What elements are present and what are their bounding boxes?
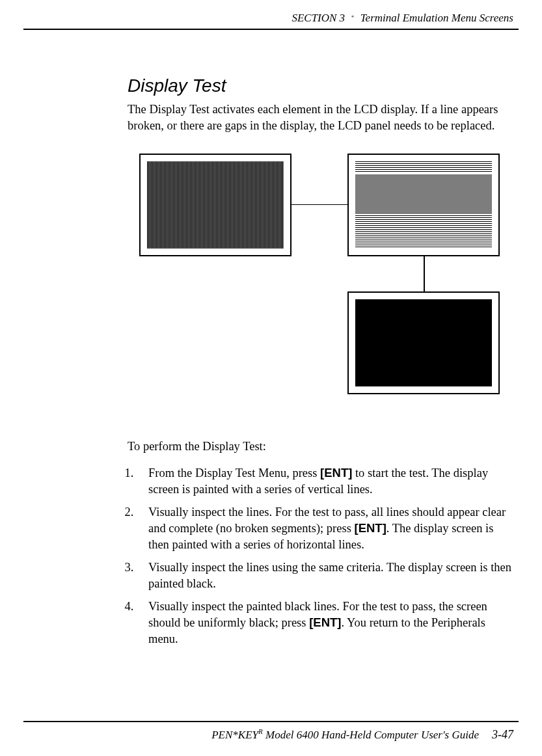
content-area: Display Test The Display Test activates … xyxy=(128,30,513,647)
display-test-diagram xyxy=(139,154,513,414)
horizontal-lines-screen xyxy=(347,154,500,256)
footer-page-number: 3-47 xyxy=(492,728,513,742)
step-text-pre: From the Display Test Menu, press xyxy=(148,466,320,479)
section-heading: Display Test xyxy=(128,75,513,96)
step-item: From the Display Test Menu, press [ENT] … xyxy=(137,465,513,498)
footer-product-rest: Model 6400 Hand-Held Computer User's Gui… xyxy=(263,729,479,741)
step-item: Visually inspect the painted black lines… xyxy=(137,599,513,647)
black-screen xyxy=(347,291,500,394)
page-header: SECTION 3 " Terminal Emulation Menu Scre… xyxy=(23,12,519,25)
step-item: Visually inspect the lines using the sam… xyxy=(137,560,513,592)
connector-vertical xyxy=(424,256,425,291)
header-title: Terminal Emulation Menu Screens xyxy=(360,12,513,25)
header-separator: " xyxy=(351,15,354,22)
footer-product-sup: R xyxy=(258,727,263,735)
page-footer: PEN*KEYR Model 6400 Hand-Held Computer U… xyxy=(23,721,519,742)
steps-list: From the Display Test Menu, press [ENT] … xyxy=(128,465,513,647)
connector-horizontal xyxy=(291,204,347,206)
step-key: [ENT] xyxy=(354,521,386,535)
intro-paragraph: The Display Test activates each element … xyxy=(128,101,513,134)
steps-subhead: To perform the Display Test: xyxy=(128,440,513,453)
footer-title: PEN*KEYR Model 6400 Hand-Held Computer U… xyxy=(211,727,479,742)
footer-rule xyxy=(23,721,519,722)
step-key: [ENT] xyxy=(309,615,341,629)
vertical-lines-screen xyxy=(139,154,291,256)
footer-product-prefix: PEN*KEY xyxy=(211,729,258,741)
step-text-pre: Visually inspect the lines using the sam… xyxy=(148,561,511,590)
step-item: Visually inspect the lines. For the test… xyxy=(137,504,513,553)
step-key: [ENT] xyxy=(320,466,352,479)
header-section: SECTION 3 xyxy=(291,12,345,25)
